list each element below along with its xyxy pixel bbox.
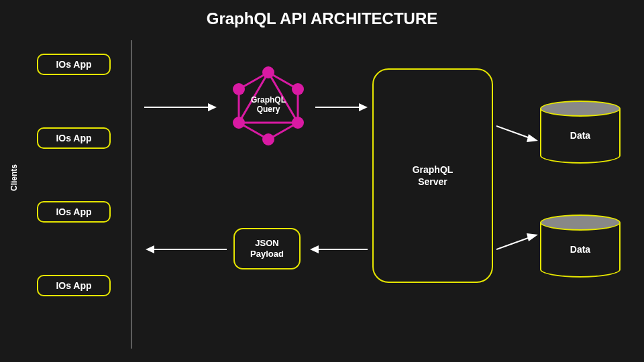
graphql-server-box: GraphQLServer [372,68,493,283]
client-box: IOs App [37,127,111,149]
clients-section-label: Clients [9,164,19,191]
database-cylinder: Data [540,101,621,161]
svg-marker-24 [310,245,319,253]
svg-point-14 [233,83,245,95]
svg-point-13 [233,117,245,129]
database-label: Data [540,244,621,255]
client-box: IOs App [37,275,111,296]
svg-marker-20 [527,134,538,142]
arrow-server-to-db-bottom [496,228,540,255]
client-label: IOs App [56,280,91,291]
svg-marker-26 [146,245,154,253]
json-payload-box: JSONPayload [233,228,301,269]
svg-point-11 [292,117,304,129]
client-box: IOs App [37,201,111,223]
client-label: IOs App [56,59,91,70]
arrow-clients-to-query [144,101,218,114]
svg-point-9 [262,66,274,78]
svg-point-12 [262,133,274,145]
svg-marker-22 [527,233,538,241]
svg-marker-16 [208,103,217,111]
client-label: IOs App [56,133,91,143]
diagram-title: GraphQL API ARCHITECTURE [0,9,644,28]
arrow-json-to-clients [144,243,228,256]
svg-point-10 [292,83,304,95]
clients-divider [131,40,131,349]
arrow-server-to-db-top [496,121,540,147]
database-label: Data [540,130,621,141]
client-box: IOs App [37,54,111,75]
svg-marker-18 [359,103,368,111]
client-label: IOs App [56,206,91,217]
svg-line-19 [496,126,530,138]
arrow-server-to-json [309,243,369,256]
database-cylinder: Data [540,215,621,275]
server-label: GraphQLServer [413,164,453,188]
arrow-query-to-server [315,101,369,114]
json-payload-label: JSONPayload [250,238,284,259]
svg-line-21 [496,237,530,249]
graphql-query-label: GraphQLQuery [248,95,288,115]
